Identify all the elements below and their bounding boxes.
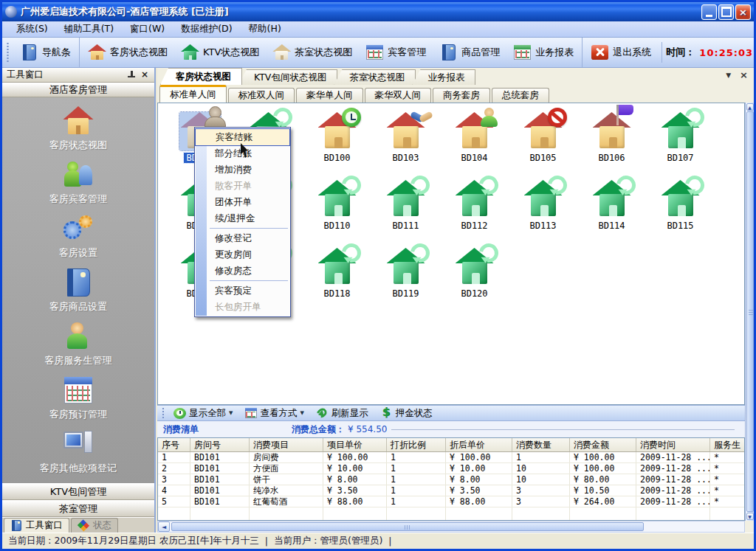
toolbar-grip-icon[interactable] — [6, 42, 10, 63]
toolbar-button[interactable]: 退出系统 — [582, 38, 658, 67]
time-label: 时间： — [666, 46, 695, 59]
column-header[interactable]: 打折比例 — [387, 438, 446, 451]
room-type-tab[interactable]: 标准双人间 — [228, 88, 295, 103]
menu-item[interactable]: 数据维护(D) — [173, 21, 240, 37]
column-header[interactable]: 消费时间 — [636, 438, 710, 451]
room-item[interactable]: BD115 — [646, 176, 715, 243]
context-menu-item[interactable]: 更改房间 — [195, 246, 290, 263]
context-menu-item[interactable]: 长包房开单 — [195, 299, 290, 315]
room-type-tab[interactable]: 商务套房 — [433, 88, 490, 103]
room-item[interactable]: BD106 — [577, 108, 646, 176]
toolbar-button[interactable]: 茶室状态视图 — [266, 38, 359, 67]
sidebar-bottom-tab[interactable]: 状态 — [71, 518, 118, 533]
panel-close-icon[interactable]: × — [740, 72, 748, 79]
sidebar-item[interactable]: 客房预订管理 — [2, 375, 154, 429]
menu-item[interactable]: 系统(S) — [8, 21, 56, 37]
toolbar-button[interactable]: 业务报表 — [506, 38, 580, 67]
room-item[interactable]: BD114 — [577, 176, 646, 243]
table-row[interactable]: 2BD101方便面¥ 10.001¥ 10.0010¥ 100.002009-1… — [158, 463, 744, 474]
context-menu-item[interactable]: 续/退押金 — [195, 210, 290, 226]
minimize-button[interactable] — [701, 4, 717, 20]
room-type-tab[interactable]: 豪华双人间 — [365, 88, 432, 103]
document-tab[interactable]: 业务报表 — [412, 69, 475, 85]
footer-toolbar-grip-icon[interactable] — [162, 407, 165, 419]
room-item[interactable]: BD110 — [303, 176, 371, 243]
column-header[interactable]: 项目单价 — [323, 438, 387, 451]
room-item[interactable]: BD113 — [509, 176, 577, 243]
column-header[interactable]: 折后单价 — [446, 438, 512, 451]
panel-collapse-icon[interactable]: ▼ — [726, 72, 731, 79]
column-header[interactable]: 消费项目 — [250, 438, 323, 451]
column-header[interactable]: 房间号 — [190, 438, 250, 451]
context-menu-item[interactable]: 宾客结账 — [196, 129, 289, 145]
room-type-tabs: 标准单人间标准双人间豪华单人间豪华双人间商务套房总统套房 — [157, 85, 754, 103]
sidebar-close-icon[interactable]: × — [140, 69, 150, 80]
sidebar-item[interactable]: 客房状态视图 — [2, 106, 154, 160]
context-menu-item[interactable]: 团体开单 — [195, 194, 290, 210]
toolbar-button[interactable]: 商品管理 — [433, 38, 506, 67]
sidebar-group-hotel-rooms[interactable]: 酒店客房管理 — [2, 83, 154, 98]
footer-toolbar-button[interactable]: 刷新显示 ▼ — [310, 406, 374, 420]
column-header[interactable]: 消费金额 — [570, 438, 636, 451]
vertical-scrollbar[interactable]: ▲ ▼ — [745, 103, 754, 521]
table-row[interactable]: 1BD101房间费¥ 100.001¥ 100.001¥ 100.002009-… — [158, 452, 744, 463]
context-menu-item[interactable]: 修改房态 — [195, 263, 290, 279]
table-row[interactable]: 5BD101红葡萄酒¥ 88.001¥ 88.003¥ 264.002009-1… — [158, 496, 744, 507]
table-header-row: 序号房间号消费项目项目单价打折比例折后单价消费数量消费金额消费时间服务生 — [158, 438, 744, 452]
vertical-scrollbar-thumb[interactable] — [746, 111, 754, 512]
room-item[interactable]: BD120 — [440, 243, 509, 311]
sidebar-bottom-tab[interactable]: 工具窗口 — [4, 518, 69, 533]
pin-icon[interactable] — [127, 71, 135, 79]
toolbar-button[interactable]: KTV状态视图 — [174, 38, 266, 67]
room-item[interactable]: BD103 — [371, 108, 440, 176]
room-item[interactable]: BD111 — [371, 176, 440, 243]
sidebar-group[interactable]: KTV包间管理 — [2, 483, 154, 500]
scroll-left-icon[interactable]: ◄ — [158, 521, 170, 532]
sidebar-item[interactable]: 客房其他款项登记 — [2, 429, 154, 483]
table-row[interactable]: 3BD101饼干¥ 8.001¥ 8.0010¥ 80.002009-11-28… — [158, 474, 744, 485]
sidebar-group[interactable]: 茶室管理 — [2, 500, 154, 517]
context-menu-item[interactable]: 修改登记 — [195, 230, 290, 246]
column-header[interactable]: 服务生 — [710, 438, 744, 451]
document-tab[interactable]: 客房状态视图 — [160, 68, 242, 85]
footer-toolbar-button[interactable]: 显示全部 ▼ — [168, 406, 238, 420]
context-menu-item[interactable]: 增加消费 — [195, 162, 290, 178]
room-item[interactable]: BD112 — [440, 176, 509, 243]
footer-toolbar-button[interactable]: 查看方式 ▼ — [238, 406, 309, 420]
maximize-button[interactable] — [718, 4, 734, 20]
room-item[interactable]: BD104 — [440, 108, 509, 176]
room-item[interactable]: BD105 — [509, 108, 577, 176]
menu-item[interactable]: 辅助工具(T) — [56, 21, 122, 37]
document-tab[interactable]: KTV包间状态视图 — [238, 69, 337, 85]
room-type-tab[interactable]: 总统套房 — [492, 88, 549, 103]
sidebar-item[interactable]: 客房商品设置 — [2, 268, 154, 322]
scroll-down-icon[interactable]: ▼ — [746, 513, 754, 520]
document-tab[interactable]: 茶室状态视图 — [334, 69, 416, 85]
horizontal-scrollbar[interactable]: ◄ — [157, 521, 745, 533]
context-menu-item[interactable]: 散客开单 — [195, 178, 290, 194]
column-header[interactable]: 序号 — [158, 438, 190, 451]
sidebar-bottom-groups: KTV包间管理茶室管理 — [2, 483, 154, 517]
menu-item[interactable]: 窗口(W) — [122, 21, 173, 37]
room-label: BD120 — [458, 288, 489, 299]
room-item[interactable]: BD107 — [646, 108, 715, 176]
context-menu-item[interactable]: 宾客预定 — [195, 283, 290, 299]
column-header[interactable]: 消费数量 — [512, 438, 570, 451]
horizontal-scrollbar-thumb[interactable] — [171, 522, 644, 531]
room-item[interactable]: BD119 — [371, 243, 440, 311]
sidebar-item[interactable]: 客房宾客管理 — [2, 160, 154, 214]
toolbar-button[interactable]: 宾客管理 — [359, 38, 433, 67]
room-type-tab[interactable]: 标准单人间 — [159, 85, 227, 103]
menu-item[interactable]: 帮助(H) — [241, 21, 289, 37]
room-item[interactable]: BD100 — [303, 108, 371, 176]
sidebar-item[interactable]: 客房服务生管理 — [2, 322, 154, 375]
sidebar-item[interactable]: 客房设置 — [2, 214, 154, 268]
toolbar-button[interactable]: 客房状态视图 — [79, 38, 174, 67]
room-type-tab[interactable]: 豪华单人间 — [296, 88, 363, 103]
close-button[interactable]: × — [735, 4, 751, 20]
room-item[interactable]: BD118 — [303, 243, 371, 311]
footer-toolbar-button[interactable]: 押金状态 ▼ — [374, 406, 439, 420]
scroll-up-icon[interactable]: ▲ — [746, 103, 754, 111]
toolbar-button[interactable]: 导航条 — [13, 38, 78, 67]
table-row[interactable]: 4BD101纯净水¥ 3.501¥ 3.503¥ 10.502009-11-28… — [158, 485, 744, 496]
